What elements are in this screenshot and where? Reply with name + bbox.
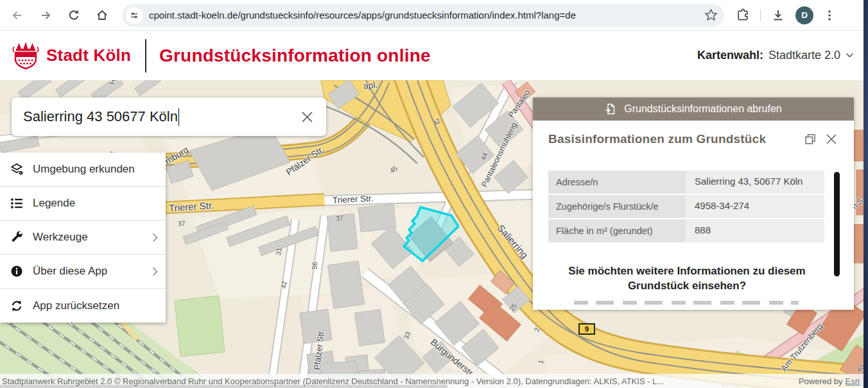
- clear-search-icon[interactable]: [299, 108, 316, 126]
- row-value: Salierring 43, 50677 Köln: [686, 171, 824, 194]
- app-header: Stadt Köln Grundstücksinformation online…: [0, 31, 868, 80]
- back-icon[interactable]: [6, 4, 28, 26]
- row-label: Adresse/n: [548, 171, 686, 194]
- map-choice-label: Kartenwahl:: [697, 49, 763, 62]
- menu-item-legende[interactable]: Legende: [0, 187, 166, 221]
- panel-title: Basisinformationen zum Grundstück: [548, 132, 766, 146]
- panel-header-label: Grundstücksinformationen abrufen: [624, 103, 781, 115]
- popout-copy-icon[interactable]: [804, 133, 817, 146]
- row-label: Zugehörige/s Flurstück/e: [548, 195, 686, 218]
- browser-toolbar: cpoint.stadt-koeln.de/grundstuecksinfo/r…: [0, 0, 868, 31]
- layers-gear-icon: [9, 162, 24, 177]
- house-number: 42: [279, 280, 288, 289]
- panel-header-button[interactable]: Grundstücksinformationen abrufen: [533, 97, 854, 121]
- panel-body: Basisinformationen zum Grundstück Adress…: [533, 121, 854, 310]
- panel-question: Sie möchten weitere Informationen zu die…: [561, 264, 813, 294]
- bookmark-star-icon[interactable]: [704, 8, 718, 22]
- map-choice-value: Stadtkarte 2.0: [768, 49, 840, 62]
- refresh-icon: [9, 298, 24, 314]
- panel-scrollbar[interactable]: [834, 172, 840, 276]
- forward-icon[interactable]: [35, 4, 56, 26]
- menu-item-label: Umgebung erkunden: [33, 163, 135, 176]
- screen: cpoint.stadt-koeln.de/grundstuecksinfo/r…: [0, 0, 868, 388]
- browser-actions: D: [736, 6, 835, 24]
- info-panel: Grundstücksinformationen abrufen Basisin…: [533, 97, 854, 310]
- menu-item-label: Werkzeuge: [33, 231, 88, 244]
- sidebar-menu: Umgebung erkunden Legende Werkzeuge Über…: [0, 153, 166, 323]
- map-choice-dropdown[interactable]: Kartenwahl: Stadtkarte 2.0: [697, 31, 854, 80]
- menu-item-werkzeuge[interactable]: Werkzeuge: [0, 221, 166, 255]
- close-panel-icon[interactable]: [826, 133, 837, 145]
- chevron-down-icon: [846, 53, 854, 58]
- stadt-koeln-crest-icon: [12, 40, 40, 71]
- site-settings-icon[interactable]: [126, 7, 143, 24]
- row-label: Fläche in m² (gerundet): [548, 219, 686, 242]
- page-title: Grundstücksinformation online: [159, 46, 431, 66]
- table-row: Zugehörige/s Flurstück/e 4958-34-274: [548, 195, 824, 218]
- reload-icon[interactable]: [63, 4, 85, 26]
- info-icon: [9, 264, 24, 279]
- esri-link[interactable]: Esri: [846, 376, 860, 386]
- url-bar[interactable]: cpoint.stadt-koeln.de/grundstuecksinfo/r…: [122, 4, 724, 27]
- chevron-right-icon: [152, 233, 158, 242]
- browser-menu-icon[interactable]: [824, 9, 835, 22]
- home-icon[interactable]: [91, 4, 113, 26]
- basis-info-table: Adresse/n Salierring 43, 50677 Köln Zuge…: [548, 171, 824, 244]
- download-icon[interactable]: [771, 8, 785, 22]
- route-shield-9: 9: [578, 323, 595, 335]
- url-text[interactable]: cpoint.stadt-koeln.de/grundstuecksinfo/r…: [149, 10, 699, 21]
- table-row: Adresse/n Salierring 43, 50677 Köln: [548, 171, 824, 194]
- row-value: 4958-34-274: [686, 195, 824, 218]
- house-number: 37: [335, 214, 343, 222]
- street-label: apl.: [363, 80, 378, 91]
- house-number: 31: [274, 247, 283, 256]
- table-row: Fläche in m² (gerundet) 888: [548, 219, 824, 242]
- profile-avatar[interactable]: D: [795, 6, 813, 24]
- brand-name: Stadt Köln: [46, 46, 131, 65]
- menu-item-label: Legende: [33, 197, 75, 210]
- text-caret: [178, 108, 180, 126]
- legend-list-icon: [9, 196, 24, 211]
- clipped-text-line: [574, 301, 799, 305]
- menu-item-label: App zurücksetzen: [33, 299, 119, 312]
- attribution-text: Stadtplanwerk Ruhrgebiet 2.0 © Regionalv…: [2, 376, 664, 386]
- search-text: Salierring 43 50677 Köln: [23, 108, 178, 125]
- extensions-icon[interactable]: [736, 8, 750, 22]
- header-divider: [145, 39, 146, 72]
- house-number: 56: [310, 262, 318, 270]
- row-value: 888: [686, 219, 824, 242]
- powered-by: Powered by Esri: [799, 376, 860, 386]
- powered-by-text: Powered by: [799, 376, 843, 386]
- menu-item-ueber-diese-app[interactable]: Über diese App: [0, 255, 166, 289]
- house-number: 37: [177, 219, 186, 227]
- toolbar-divider: [760, 10, 761, 21]
- chevron-right-icon: [152, 267, 158, 276]
- wrench-icon: [9, 230, 24, 245]
- desktop-edge: [864, 0, 868, 388]
- menu-item-app-zuruecksetzen[interactable]: App zurücksetzen: [0, 289, 166, 323]
- search-input[interactable]: Salierring 43 50677 Köln: [12, 97, 326, 136]
- menu-item-umgebung-erkunden[interactable]: Umgebung erkunden: [0, 153, 166, 187]
- map-attribution-bar: Stadtplanwerk Ruhrgebiet 2.0 © Regionalv…: [0, 374, 864, 388]
- fetch-info-icon: [605, 103, 616, 115]
- menu-item-label: Über diese App: [33, 265, 107, 278]
